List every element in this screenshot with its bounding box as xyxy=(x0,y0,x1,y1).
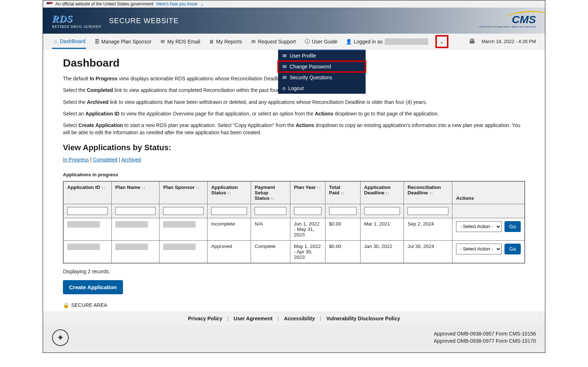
col-application-id[interactable]: Application ID↑↓ xyxy=(63,181,111,204)
sort-icon: ↑↓ xyxy=(385,191,389,195)
us-flag-icon xyxy=(47,2,52,6)
filter-plan-year[interactable] xyxy=(294,207,321,215)
gov-banner-text: An official website of the United States… xyxy=(55,1,153,7)
chevron-down-icon: ⌄ xyxy=(200,1,204,7)
link-archived[interactable]: Archived xyxy=(121,157,141,163)
filter-total-paid[interactable] xyxy=(329,207,357,215)
mail-icon: ✉ xyxy=(282,75,287,80)
col-plan-sponsor[interactable]: Plan Sponsor↑↓ xyxy=(159,181,208,204)
record-count: Displaying 2 records. xyxy=(63,269,525,274)
gov-banner-link[interactable]: Here's how you know xyxy=(156,1,197,7)
link-in-progress[interactable]: In Progress xyxy=(63,157,89,163)
sort-icon: ↑↓ xyxy=(101,185,105,190)
cell-redacted xyxy=(115,221,148,228)
footer-user-agreement[interactable]: User Agreement xyxy=(234,316,273,321)
footer-vdp[interactable]: Vulnerability Disclosure Policy xyxy=(326,316,400,321)
datetime-display: March 18, 2022 - 4:26 PM xyxy=(482,39,536,44)
sort-icon: ↑↓ xyxy=(317,185,321,190)
filter-application-status[interactable] xyxy=(211,207,247,215)
site-title: SECURE WEBSITE xyxy=(109,17,179,25)
col-payment-status[interactable]: Payment Setup Status↑↓ xyxy=(251,181,290,204)
sort-icon: ↑↓ xyxy=(270,196,274,201)
cell-redacted xyxy=(115,244,148,250)
intro-para-5: Select Create Application to start a new… xyxy=(63,122,525,136)
sort-icon: ↑↓ xyxy=(429,191,433,195)
nav-dashboard[interactable]: ⌂ DashBoard xyxy=(52,35,86,49)
mail-icon: ✉ xyxy=(282,64,287,69)
cell-app-deadline: Jan 30, 2022 xyxy=(360,240,404,263)
action-select[interactable]: - Select Action - xyxy=(456,221,502,232)
lock-icon: 🔒 xyxy=(63,302,69,308)
status-links: In Progress | Completed | Archived xyxy=(63,157,525,163)
filter-application-id[interactable] xyxy=(67,207,108,215)
cms-logo: CMS CENTERS FOR MEDICARE & MEDICAID SERV… xyxy=(479,13,536,28)
filter-plan-sponsor[interactable] xyxy=(163,207,204,215)
cell-app-status: Approved xyxy=(207,240,251,263)
mail-icon: ✉ xyxy=(251,39,256,44)
col-plan-name[interactable]: Plan Name↑↓ xyxy=(111,181,159,204)
nav-my-reports[interactable]: 🗎 My Reports xyxy=(208,35,243,48)
filter-plan-name[interactable] xyxy=(115,207,156,215)
user-menu-toggle[interactable]: ⌄ xyxy=(435,35,448,48)
user-icon: 👤 xyxy=(346,39,351,44)
cell-app-deadline: Mar 1, 2021 xyxy=(360,218,404,240)
logout-icon: ⎋ xyxy=(282,85,285,91)
cell-pay-status: N/A xyxy=(251,218,290,240)
menu-logout[interactable]: ⎋ Logout xyxy=(278,83,366,94)
nav-logged-in-as[interactable]: 👤 Logged in as xyxy=(345,35,429,48)
cell-redacted xyxy=(67,244,100,250)
sort-icon: ↑↓ xyxy=(227,191,231,195)
menu-security-questions-label: Security Questions xyxy=(290,75,332,80)
chevron-down-icon: ⌄ xyxy=(440,39,444,45)
print-icon[interactable]: 🖶 xyxy=(470,39,475,44)
col-application-status[interactable]: Application Status↑↓ xyxy=(207,181,251,204)
briefcase-icon: 🗄 xyxy=(94,39,99,44)
nav-guide-label: User Guide xyxy=(312,39,337,45)
nav-dashboard-label: DashBoard xyxy=(60,38,85,44)
menu-user-profile[interactable]: ✉ User Profile xyxy=(278,50,366,61)
username-redacted xyxy=(385,38,428,45)
nav-my-rds-email[interactable]: ✉ My RDS Email xyxy=(159,35,201,48)
nav-bar: ⌂ DashBoard 🗄 Manage Plan Sponsor ✉ My R… xyxy=(43,34,545,50)
footer-privacy[interactable]: Privacy Policy xyxy=(188,316,222,321)
secure-area-label: 🔒 SECURE AREA xyxy=(63,302,525,308)
col-application-deadline[interactable]: Application Deadline↑↓ xyxy=(360,181,404,204)
rds-logo: RDS RETIREE DRUG SUBSIDY xyxy=(52,13,102,29)
sort-icon: ↑↓ xyxy=(340,191,344,195)
nav-user-guide[interactable]: ⓘ User Guide xyxy=(304,35,338,48)
link-completed[interactable]: Completed xyxy=(93,157,118,163)
create-application-button[interactable]: Create Application xyxy=(63,280,123,294)
intro-para-4: Select an Application ID to view the App… xyxy=(63,110,525,117)
col-total-paid[interactable]: Total Paid↑↓ xyxy=(325,181,360,204)
nav-support-label: Request Support xyxy=(258,39,296,45)
filter-payment-status[interactable] xyxy=(255,207,286,215)
cell-recon-deadline: Sep 2, 2024 xyxy=(404,218,452,240)
nav-reports-label: My Reports xyxy=(216,39,242,45)
menu-logout-label: Logout xyxy=(288,85,304,91)
omb-line-1: Approved OMB-0938-0957 Form CMS-10156 xyxy=(434,330,536,338)
nav-manage-plan-sponsor[interactable]: 🗄 Manage Plan Sponsor xyxy=(93,35,152,48)
rds-logo-subtext: RETIREE DRUG SUBSIDY xyxy=(52,25,102,29)
table-caption: Applications in progress xyxy=(63,172,525,177)
cell-redacted xyxy=(163,221,196,228)
cell-redacted xyxy=(163,244,196,250)
go-button[interactable]: Go xyxy=(504,221,521,232)
action-select[interactable]: - Select Action - xyxy=(456,244,502,254)
footer-accessibility[interactable]: Accessibility xyxy=(284,316,315,321)
cell-plan-year: May 1, 2022 - Apr 30, 2023 xyxy=(290,240,325,263)
cell-total-paid: $0.00 xyxy=(325,218,360,240)
rds-logo-text: RDS xyxy=(52,13,102,25)
menu-change-password[interactable]: ✉ Change Password xyxy=(278,61,366,72)
col-plan-year[interactable]: Plan Year↑↓ xyxy=(290,181,325,204)
nav-request-support[interactable]: ✉ Request Support xyxy=(250,35,297,48)
col-reconciliation-deadline[interactable]: Reconciliation Deadline↑↓ xyxy=(404,181,452,204)
site-header: RDS RETIREE DRUG SUBSIDY SECURE WEBSITE … xyxy=(43,8,545,34)
menu-security-questions[interactable]: ✉ Security Questions xyxy=(278,72,366,83)
nav-manage-label: Manage Plan Sponsor xyxy=(101,39,152,45)
go-button[interactable]: Go xyxy=(504,244,521,254)
home-icon: ⌂ xyxy=(53,38,58,44)
info-icon: ⓘ xyxy=(304,39,310,44)
filter-reconciliation-deadline[interactable] xyxy=(408,207,448,215)
col-actions: Actions xyxy=(452,181,525,204)
filter-application-deadline[interactable] xyxy=(364,207,400,215)
